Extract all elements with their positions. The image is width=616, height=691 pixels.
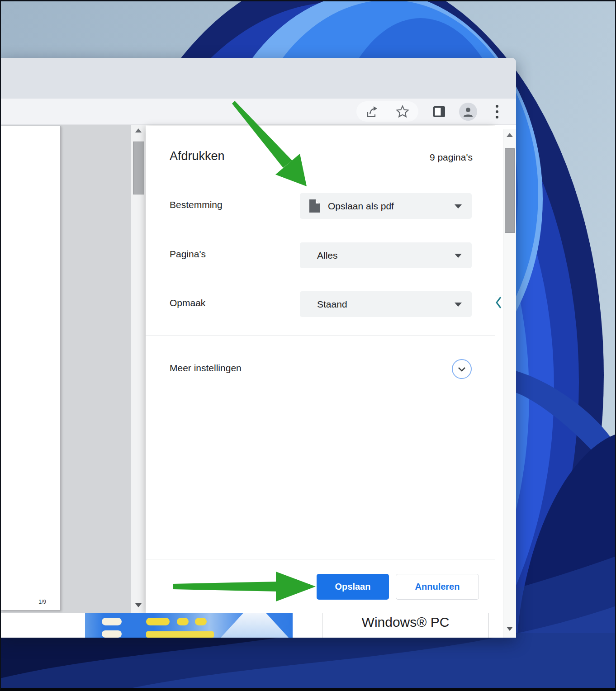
illustration-pill (102, 630, 122, 638)
destination-label: Bestemming (170, 199, 223, 210)
chevron-down-icon (458, 367, 466, 372)
page-scrollbar[interactable] (503, 129, 516, 638)
preview-scrollbar-thumb[interactable] (133, 142, 144, 194)
side-panel-button[interactable] (429, 101, 450, 122)
scroll-up-icon[interactable] (507, 133, 513, 137)
dropdown-caret-icon (455, 254, 462, 258)
destination-dropdown[interactable]: Opslaan als pdf (300, 193, 472, 219)
save-button[interactable]: Opslaan (317, 574, 389, 600)
illustration-pill (177, 618, 189, 625)
side-panel-icon (432, 105, 446, 118)
background-page-heading: Windows® PC (322, 615, 488, 630)
illustration-pill (102, 618, 122, 625)
destination-value: Opslaan als pdf (328, 201, 394, 212)
scroll-down-icon[interactable] (135, 603, 142, 607)
preview-scrollbar[interactable] (131, 125, 146, 613)
avatar (459, 103, 477, 121)
share-icon (366, 105, 379, 118)
print-dialog: Afdrukken 9 pagina's Bestemming Opslaan … (146, 126, 495, 613)
divider (146, 336, 495, 336)
illustration-pill (195, 618, 207, 625)
pages-label: Pagina's (170, 249, 206, 260)
collapse-chevron-left-icon[interactable] (495, 296, 502, 309)
layout-dropdown[interactable]: Staand (300, 291, 472, 317)
page-count: 9 pagina's (430, 152, 473, 163)
webpage-illustration (85, 613, 293, 638)
print-dialog-title: Afdrukken (170, 149, 225, 163)
bookmark-button[interactable] (392, 101, 413, 122)
person-icon (462, 106, 474, 118)
pages-dropdown[interactable]: Alles (300, 242, 472, 268)
footer-divider (146, 559, 495, 559)
more-settings-label: Meer instellingen (170, 363, 242, 374)
cancel-button[interactable]: Annuleren (396, 574, 479, 600)
browser-menu-button[interactable] (487, 101, 507, 122)
preview-page: 1/9 (1, 126, 61, 611)
pdf-document-icon (309, 199, 320, 213)
illustration-bar (146, 631, 214, 638)
layout-label: Opmaak (170, 298, 205, 308)
page-indicator: 1/9 (38, 599, 46, 605)
star-icon (396, 105, 409, 118)
scroll-up-icon[interactable] (135, 128, 142, 133)
page-scrollbar-thumb[interactable] (505, 148, 515, 233)
browser-window: 1/9 Afdrukken 9 pagina's Bestemming (0, 58, 516, 638)
dropdown-caret-icon (455, 303, 462, 307)
background-page-right-strip (495, 125, 516, 638)
more-settings-toggle[interactable] (452, 359, 472, 379)
illustration-lamp (221, 613, 289, 638)
divider (495, 295, 503, 295)
share-button[interactable] (362, 101, 383, 122)
pages-value: Alles (317, 250, 338, 261)
scroll-down-icon[interactable] (507, 627, 513, 631)
desktop: 1/9 Afdrukken 9 pagina's Bestemming (0, 0, 616, 691)
window-content: 1/9 Afdrukken 9 pagina's Bestemming (0, 125, 516, 638)
dropdown-caret-icon (455, 204, 462, 208)
profile-button[interactable] (458, 101, 479, 122)
background-page-bottom-strip: Windows® PC (0, 613, 495, 638)
illustration-pill (146, 618, 170, 625)
print-preview-pane: 1/9 (0, 125, 131, 613)
window-titlebar (0, 58, 516, 99)
layout-value: Staand (317, 299, 347, 310)
divider (488, 613, 489, 638)
kebab-menu-icon (495, 104, 499, 119)
